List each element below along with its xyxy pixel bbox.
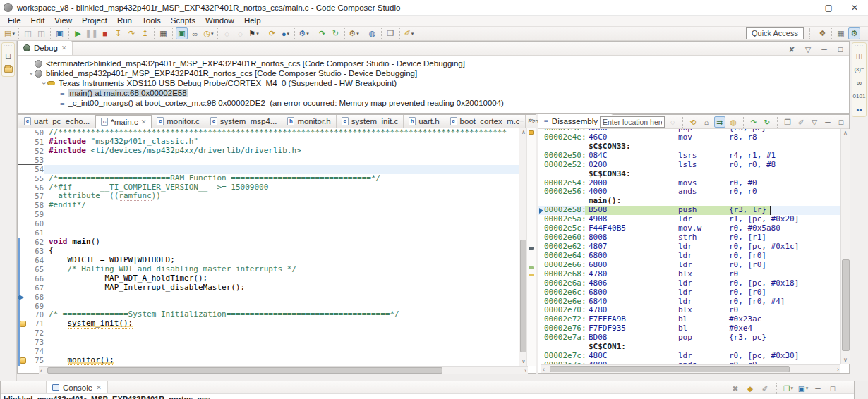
asm-step-over-icon[interactable]: ↻ bbox=[761, 116, 773, 128]
disassembly-row[interactable]: 00002e52:0200lslsr0, r0, #8 bbox=[538, 161, 840, 170]
line-margin[interactable] bbox=[18, 147, 27, 156]
go-location-icon[interactable]: ◌ bbox=[667, 116, 678, 128]
remove-launch-icon[interactable]: ✖ bbox=[730, 383, 741, 394]
debug-tree-item[interactable]: ›Texas Instruments XDS110 USB Debug Prob… bbox=[18, 78, 849, 88]
code-text[interactable]: //**************************************… bbox=[44, 128, 519, 137]
link-icon[interactable]: ∞ bbox=[189, 27, 201, 39]
code-text[interactable]: __attribute__((ramfunc)) bbox=[44, 192, 519, 201]
minimize-view-icon[interactable]: ─ bbox=[812, 383, 824, 394]
step-asm-icon[interactable]: ↷ bbox=[316, 27, 328, 39]
editor-tab-mainc[interactable]: c*main.c✕ bbox=[95, 115, 152, 128]
dropdown-arrow-icon[interactable]: ▾ bbox=[411, 31, 414, 37]
debug-launch-icon[interactable]: ▣ bbox=[54, 27, 66, 39]
line-margin[interactable] bbox=[18, 128, 27, 137]
maximize-icon[interactable]: ▢ bbox=[825, 3, 833, 13]
scroll-down-icon[interactable]: ∨ bbox=[841, 356, 850, 364]
disassembly-row[interactable]: $C$CON33: bbox=[538, 142, 840, 152]
code-text[interactable]: WDTCTL = WDTPW|WDTHOLD; bbox=[44, 256, 519, 265]
new-breakpoint-icon[interactable]: ⚑▾ bbox=[248, 27, 260, 39]
editor-tab-boot_cortex_mc[interactable]: cboot_cortex_m.c bbox=[445, 115, 526, 128]
editor-tab-monitorc[interactable]: cmonitor.c bbox=[152, 115, 205, 128]
view-menu-icon[interactable]: ▽ bbox=[802, 44, 814, 55]
disassembly-row[interactable]: 00002e62:4807ldrr0, [pc, #0x1c] bbox=[538, 243, 840, 252]
close-icon[interactable]: ✕ bbox=[141, 118, 147, 125]
chevron-down-icon[interactable]: › bbox=[40, 80, 48, 87]
variables-view-icon[interactable]: (x)= bbox=[854, 64, 865, 74]
scrollbar-thumb[interactable] bbox=[47, 367, 442, 374]
close-icon[interactable]: ✕ bbox=[851, 3, 858, 13]
minimize-view-icon[interactable]: ─ bbox=[819, 44, 830, 55]
line-margin[interactable] bbox=[18, 347, 27, 356]
target-config-icon[interactable]: ●▾ bbox=[279, 27, 291, 39]
pin-editor-icon[interactable]: ✐▾ bbox=[403, 27, 415, 39]
code-text[interactable]: { bbox=[44, 247, 519, 256]
registers-view-icon[interactable]: 0101 bbox=[854, 91, 865, 101]
menu-file[interactable]: File bbox=[3, 16, 26, 26]
scroll-right-icon[interactable]: › bbox=[524, 367, 526, 375]
line-margin[interactable] bbox=[18, 137, 27, 147]
editor-tab-monitorh[interactable]: hmonitor.h bbox=[282, 115, 336, 128]
suspend-icon[interactable]: ❚❚ bbox=[85, 27, 97, 39]
minimize-view-icon[interactable]: ─ bbox=[822, 116, 833, 128]
home-icon[interactable]: ⌂ bbox=[701, 116, 712, 128]
dropdown-arrow-icon[interactable]: ▾ bbox=[287, 31, 290, 37]
line-margin[interactable] bbox=[18, 228, 27, 238]
dropdown-arrow-icon[interactable]: ▾ bbox=[790, 386, 793, 391]
windows-icon[interactable]: ❐ bbox=[385, 27, 397, 39]
overview-current-mark[interactable] bbox=[529, 247, 534, 250]
pin-console-icon[interactable]: ✐ bbox=[759, 383, 771, 394]
disassembly-row[interactable]: 00002e4e:46C0movr8, r8 bbox=[538, 133, 840, 142]
tab-console[interactable]: Console ✕ bbox=[46, 381, 108, 393]
disassembly-row[interactable]: 00002e50:084Clsrsr4, r1, #1 bbox=[538, 152, 840, 161]
code-text[interactable] bbox=[44, 165, 519, 174]
line-margin[interactable] bbox=[18, 156, 27, 165]
debug-tree-item[interactable]: ≡_c_int00_noargs() at boot_cortex_m.c:98… bbox=[18, 98, 849, 108]
maximize-view-icon[interactable]: □ bbox=[835, 44, 846, 55]
skip-all-breakpoints-icon[interactable]: ◌ bbox=[234, 27, 246, 39]
line-margin[interactable] bbox=[18, 219, 27, 228]
menu-view[interactable]: View bbox=[49, 16, 77, 26]
dropdown-arrow-icon[interactable]: ▾ bbox=[12, 31, 15, 37]
track-expression-icon[interactable]: ◍ bbox=[728, 116, 739, 128]
disassembly-row[interactable]: 00002e66:6800ldrr0, [r0] bbox=[538, 261, 840, 270]
line-margin[interactable] bbox=[18, 293, 27, 302]
editor-tab-system_msp4[interactable]: csystem_msp4... bbox=[205, 115, 283, 128]
follow-pc-icon[interactable]: ⇉ bbox=[714, 116, 725, 128]
disassembly-row[interactable]: 00002e64:6800ldrr0, [r0] bbox=[538, 252, 840, 261]
maximize-view-icon[interactable]: □ bbox=[529, 117, 533, 125]
code-text[interactable]: /*#if __TI_COMPILER_VERSION__ >= 1500900… bbox=[44, 183, 519, 192]
save-icon[interactable]: ◫ bbox=[22, 27, 34, 39]
line-margin[interactable] bbox=[18, 210, 27, 219]
editor-tab-system_initc[interactable]: csystem_init.c bbox=[337, 115, 404, 128]
line-margin[interactable] bbox=[18, 283, 27, 293]
line-margin[interactable] bbox=[18, 302, 27, 311]
code-text[interactable]: #include <ti/devices/msp432p4xx/driverli… bbox=[44, 147, 519, 156]
line-margin[interactable] bbox=[18, 329, 27, 338]
editor-tab-uarth[interactable]: huart.h bbox=[404, 115, 445, 128]
restore-view-icon[interactable]: ◫ bbox=[854, 51, 865, 61]
asm-step-into-icon[interactable]: ↷ bbox=[748, 116, 759, 128]
dropdown-arrow-icon[interactable]: ▾ bbox=[356, 31, 359, 37]
open-perspective-icon[interactable]: ❖ bbox=[816, 27, 828, 39]
line-margin[interactable] bbox=[18, 265, 27, 274]
line-margin[interactable] bbox=[18, 310, 27, 319]
scroll-left-icon[interactable]: ‹ bbox=[543, 365, 545, 374]
code-text[interactable] bbox=[44, 228, 519, 238]
resume-icon[interactable]: ▶ bbox=[72, 27, 84, 39]
code-text[interactable] bbox=[44, 293, 519, 302]
disassembly-row[interactable]: 00002e6a:4806ldrr0, [pc, #0x18] bbox=[538, 279, 840, 288]
minimize-view-icon[interactable]: ─ bbox=[519, 117, 524, 125]
line-margin[interactable] bbox=[18, 174, 27, 183]
breakpoints-view-icon[interactable]: ●● bbox=[854, 104, 865, 114]
menu-scripts[interactable]: Scripts bbox=[166, 16, 200, 26]
scroll-up-icon[interactable]: ∧ bbox=[841, 129, 850, 137]
line-margin[interactable] bbox=[18, 165, 27, 174]
code-text[interactable]: /* ==============System Initialization==… bbox=[44, 310, 519, 319]
editor-overview-ruler[interactable] bbox=[526, 128, 536, 366]
code-text[interactable]: monitor(); bbox=[44, 356, 519, 365]
line-margin[interactable] bbox=[18, 256, 27, 265]
maximize-view-icon[interactable]: □ bbox=[827, 383, 838, 394]
lock-console-icon[interactable]: ◆ bbox=[745, 383, 756, 394]
menu-window[interactable]: Window bbox=[200, 16, 239, 26]
line-margin[interactable] bbox=[18, 356, 27, 365]
